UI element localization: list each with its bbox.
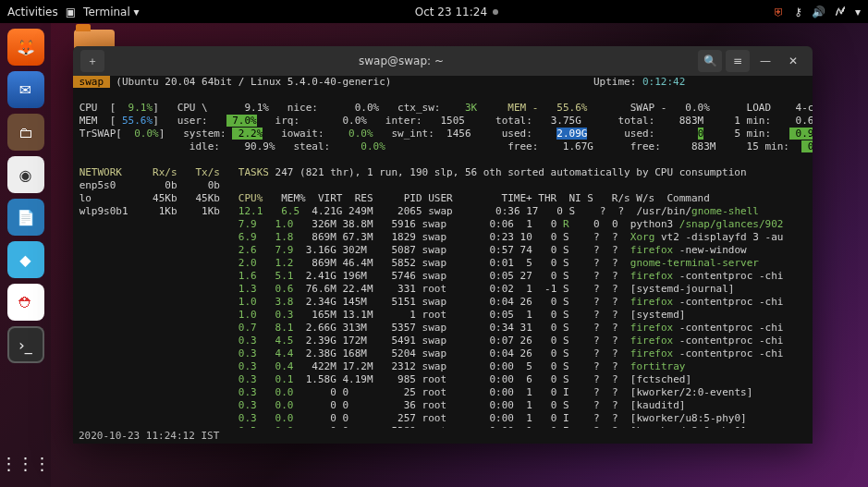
terminal-body[interactable]: swap (Ubuntu 20.04 64bit / Linux 5.4.0-4…: [73, 76, 813, 428]
dock: 🦊 ✉ 🗀 ◉ 📄 ◆ ⛑ ›_ ⋮⋮⋮: [0, 23, 51, 487]
close-icon: ✕: [789, 55, 798, 67]
hamburger-button[interactable]: ≡: [726, 50, 750, 72]
activities-button[interactable]: Activities: [7, 6, 58, 18]
close-button[interactable]: ✕: [781, 50, 805, 72]
dock-help[interactable]: ⛑: [7, 284, 44, 321]
dock-rhythmbox[interactable]: ◉: [7, 156, 44, 193]
window-title: swap@swap: ~: [104, 55, 698, 67]
dock-firefox[interactable]: 🦊: [7, 29, 44, 66]
search-button[interactable]: 🔍: [698, 50, 722, 72]
dock-writer[interactable]: 📄: [7, 199, 44, 236]
terminal-icon: ▣: [66, 6, 76, 18]
apps-grid-button[interactable]: ⋮⋮⋮: [7, 444, 44, 481]
title-bar: ＋ swap@swap: ~ 🔍 ≡ — ✕: [73, 46, 813, 76]
minimize-button[interactable]: —: [753, 50, 777, 72]
dock-thunderbird[interactable]: ✉: [7, 71, 44, 108]
battery-icon[interactable]: 🗲: [835, 6, 846, 18]
wifi-icon[interactable]: ⚷: [794, 6, 802, 18]
status-line: 2020-10-23 11:24:12 IST: [73, 428, 813, 444]
volume-icon[interactable]: 🔊: [812, 6, 825, 18]
dock-screenshot[interactable]: ◆: [7, 241, 44, 278]
search-icon: 🔍: [703, 55, 717, 67]
chevron-down-icon[interactable]: ▾: [855, 6, 861, 18]
gnome-top-bar: Activities ▣ Terminal ▾ Oct 23 11:24 ⛨ ⚷…: [0, 0, 868, 23]
dock-terminal[interactable]: ›_: [7, 326, 44, 363]
hamburger-icon: ≡: [733, 55, 742, 67]
new-tab-button[interactable]: ＋: [80, 50, 104, 72]
terminal-window: ＋ swap@swap: ~ 🔍 ≡ — ✕ swap (Ubuntu 20.0…: [73, 46, 813, 444]
shield-icon[interactable]: ⛨: [774, 6, 785, 18]
notification-dot-icon: [493, 9, 498, 15]
clock[interactable]: Oct 23 11:24: [415, 6, 487, 18]
dock-files[interactable]: 🗀: [7, 114, 44, 151]
app-menu[interactable]: Terminal ▾: [83, 6, 140, 18]
